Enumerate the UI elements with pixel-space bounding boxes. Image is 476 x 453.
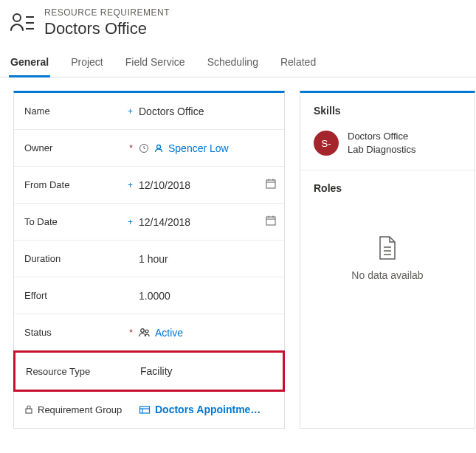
skill-name: Doctors Office xyxy=(348,130,416,143)
people-icon xyxy=(139,328,151,338)
tab-related[interactable]: Related xyxy=(279,49,317,77)
person-icon xyxy=(154,143,164,153)
skill-avatar: S- xyxy=(314,131,339,156)
requirement-group-value[interactable]: Doctors Appointme… xyxy=(139,404,277,415)
resource-type-label: Resource Type xyxy=(26,366,90,377)
svg-rect-10 xyxy=(266,217,275,225)
required-indicator: * xyxy=(129,328,133,338)
owner-text: Spencer Low xyxy=(168,142,229,154)
requirement-group-icon xyxy=(139,404,151,415)
resource-requirement-icon xyxy=(9,10,35,36)
requirement-group-text: Doctors Appointme… xyxy=(155,404,261,415)
page-title: Doctors Office xyxy=(44,19,170,38)
skill-detail: Lab Diagnostics xyxy=(348,143,416,156)
calendar-icon[interactable] xyxy=(265,178,277,192)
calendar-icon[interactable] xyxy=(265,215,277,229)
field-to-date[interactable]: To Date + 12/14/2018 xyxy=(14,204,284,241)
duration-label: Duration xyxy=(24,253,61,264)
skill-item[interactable]: S- Doctors Office Lab Diagnostics xyxy=(300,121,475,165)
owner-value[interactable]: Spencer Low xyxy=(139,142,277,154)
to-date-label: To Date xyxy=(24,216,58,227)
svg-rect-6 xyxy=(266,180,275,188)
document-icon xyxy=(377,235,398,260)
tab-bar: General Project Field Service Scheduling… xyxy=(0,49,476,77)
field-requirement-group[interactable]: Requirement Group Doctors Appointme… xyxy=(14,391,284,428)
recommended-indicator: + xyxy=(128,106,133,117)
field-from-date[interactable]: From Date + 12/10/2018 xyxy=(14,167,284,204)
effort-label: Effort xyxy=(24,290,47,301)
status-label: Status xyxy=(24,327,52,338)
field-status[interactable]: Status * Active xyxy=(14,314,284,351)
recent-icon xyxy=(139,143,149,153)
svg-rect-17 xyxy=(140,407,150,413)
lock-icon xyxy=(24,404,33,415)
roles-empty-state: No data availab xyxy=(300,198,475,296)
skills-header: Skills xyxy=(300,93,475,121)
resource-type-highlight: Resource Type Facility xyxy=(13,350,285,392)
svg-point-14 xyxy=(141,328,145,332)
tab-general[interactable]: General xyxy=(9,49,50,77)
svg-point-15 xyxy=(145,330,148,333)
no-data-text: No data availab xyxy=(308,269,467,281)
side-panel: Skills S- Doctors Office Lab Diagnostics… xyxy=(300,91,475,429)
resource-type-value[interactable]: Facility xyxy=(140,365,275,377)
requirement-group-label: Requirement Group xyxy=(38,404,122,415)
entity-caption: RESOURCE REQUIREMENT xyxy=(44,7,170,18)
tab-scheduling[interactable]: Scheduling xyxy=(206,49,260,77)
roles-header: Roles xyxy=(300,170,475,198)
field-effort[interactable]: Effort 1.0000 xyxy=(14,277,284,314)
recommended-indicator: + xyxy=(128,180,133,190)
owner-label: Owner xyxy=(24,142,52,153)
required-indicator: * xyxy=(129,143,133,153)
recommended-indicator: + xyxy=(128,217,133,227)
to-date-value[interactable]: 12/14/2018 xyxy=(139,216,190,228)
svg-point-5 xyxy=(157,145,161,148)
field-duration[interactable]: Duration 1 hour xyxy=(14,241,284,277)
name-label: Name xyxy=(24,106,50,117)
duration-value[interactable]: 1 hour xyxy=(139,253,277,265)
from-date-label: From Date xyxy=(24,179,69,190)
field-name[interactable]: Name + Doctors Office xyxy=(14,93,284,130)
general-form-panel: Name + Doctors Office Owner * Spencer Lo… xyxy=(13,91,285,429)
status-value[interactable]: Active xyxy=(139,327,277,339)
name-value[interactable]: Doctors Office xyxy=(139,106,277,117)
from-date-value[interactable]: 12/10/2018 xyxy=(139,179,190,191)
effort-value[interactable]: 1.0000 xyxy=(139,290,277,302)
tab-field-service[interactable]: Field Service xyxy=(124,49,187,77)
field-resource-type[interactable]: Resource Type Facility xyxy=(15,353,283,390)
status-text: Active xyxy=(155,327,183,339)
field-owner[interactable]: Owner * Spencer Low xyxy=(14,130,284,167)
svg-point-0 xyxy=(13,14,21,21)
svg-rect-16 xyxy=(26,409,32,413)
page-header: RESOURCE REQUIREMENT Doctors Office xyxy=(0,0,476,49)
tab-project[interactable]: Project xyxy=(69,49,105,77)
